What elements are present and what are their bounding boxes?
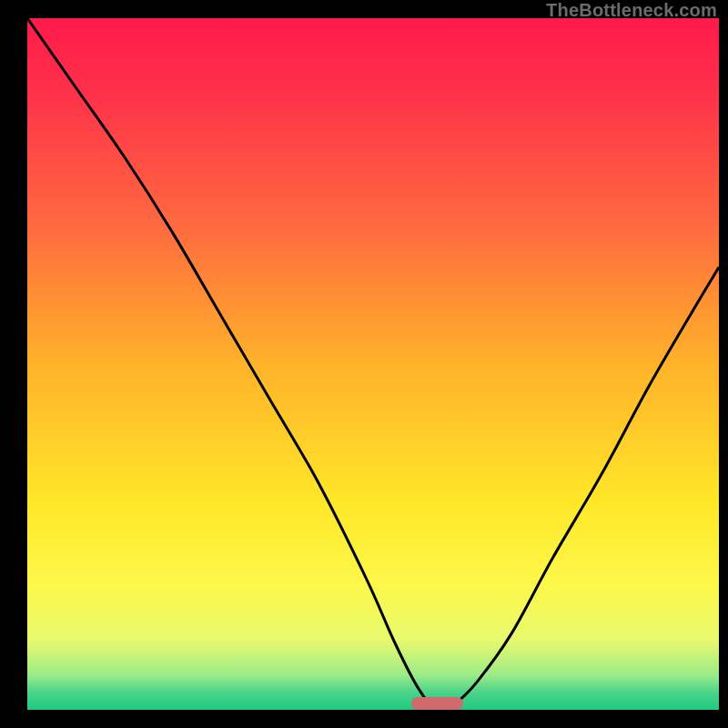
plot-area [27, 18, 719, 710]
bottleneck-curve [27, 18, 719, 710]
curve-path [27, 18, 719, 710]
frame: TheBottleneck.com [0, 0, 728, 728]
optimal-range-marker [411, 697, 463, 710]
